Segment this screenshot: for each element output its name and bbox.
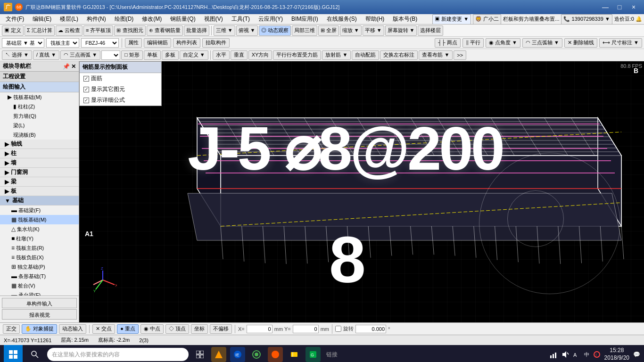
minimize-button[interactable]: —	[599, 2, 612, 12]
tree-item-liang[interactable]: 梁(L)	[0, 121, 79, 130]
no-offset-btn[interactable]: 不偏移	[210, 324, 232, 334]
object-snap-btn[interactable]: ✋ 对象捕捉	[22, 324, 57, 334]
x-input[interactable]	[247, 325, 272, 333]
panel-title-buttons[interactable]: 📌 ✕	[63, 63, 76, 70]
layer-select[interactable]: 基础层 ▼ 基础	[2, 38, 44, 48]
dynamic-input-btn[interactable]: 动态输入	[59, 324, 86, 334]
align-top-btn[interactable]: ≡ 齐平板顶	[83, 25, 113, 36]
pickup-component-btn[interactable]: 抬取构件	[202, 38, 230, 48]
new-change-btn[interactable]: ▣ 新建变更 ▼	[432, 14, 471, 25]
subsection-zhuxian[interactable]: ▶ 轴线	[0, 140, 79, 149]
subsection-liang2[interactable]: ▶ 梁	[0, 177, 79, 187]
viewport-3d[interactable]: 钢筋显示控制面板 面筋 显示其它图元 显示详细公式 A1 B J-5 ⌀8@20…	[79, 61, 644, 322]
menu-cloud[interactable]: 云应用(Y)	[255, 14, 287, 24]
taskbar-app5[interactable]	[287, 347, 302, 362]
menu-bim[interactable]: BIM应用(I)	[288, 14, 322, 24]
component-id-select[interactable]: FBZJ-46	[81, 38, 119, 48]
topview-btn[interactable]: 俯视 ▼	[236, 25, 258, 36]
report-btn[interactable]: 报表视觉	[2, 309, 77, 320]
menu-online[interactable]: 在线服务(S)	[323, 14, 361, 24]
point-angle-btn[interactable]: ◉ 点角度 ▼	[486, 38, 520, 48]
notification-btn[interactable]: 💬	[633, 351, 640, 358]
swap-label-btn[interactable]: 交换左右标注	[380, 50, 418, 60]
y-input[interactable]	[293, 325, 319, 333]
menu-edit[interactable]: 编辑(E)	[29, 14, 55, 24]
rotate-checkbox[interactable]	[335, 326, 341, 332]
more-btn2[interactable]: >>	[454, 50, 466, 60]
taskbar-app3[interactable]	[249, 347, 264, 362]
tree-item-ctliang[interactable]: ▬ 承台梁(F)	[0, 290, 79, 296]
tree-item-fbfj[interactable]: ≡ 筏板负筋(X)	[0, 253, 79, 262]
menu-rebar-qty[interactable]: 钢筋量(Q)	[166, 14, 199, 24]
define-btn[interactable]: ▣ 定义	[2, 25, 24, 36]
face-checkbox[interactable]	[83, 76, 89, 82]
3d-btn[interactable]: 三维 ▼	[214, 25, 235, 36]
tree-item-txjc[interactable]: ▬ 条形基础(T)	[0, 272, 79, 281]
single-component-btn[interactable]: 单构件输入	[2, 298, 77, 308]
auto-rebar-btn[interactable]: 自动配筋	[352, 50, 379, 60]
select-floor-btn[interactable]: 选择楼层	[418, 25, 443, 36]
property-btn[interactable]: 属性	[125, 38, 142, 48]
dynamic-obs-btn[interactable]: ◎ 动态观察	[259, 25, 291, 36]
subsection-mcd[interactable]: ▶ 门窗洞	[0, 168, 79, 177]
coord-btn[interactable]: 坐标	[191, 324, 208, 334]
tree-item-fbjichu[interactable]: ▦ 筏板基础(M)	[0, 215, 79, 224]
single-slab-btn[interactable]: 单板	[144, 50, 161, 60]
three-arc-btn[interactable]: ◠ 三点弧轴 ▼	[522, 38, 562, 48]
tree-item-dljc[interactable]: ⊞ 独立基础(P)	[0, 262, 79, 272]
pan-btn[interactable]: 平移 ▼	[363, 25, 384, 36]
view-rebar-layout-btn[interactable]: 查看布筋 ▼	[419, 50, 453, 60]
taskbar-app6[interactable]: G	[305, 347, 321, 362]
close-button[interactable]: ×	[627, 2, 640, 12]
center-btn[interactable]: ◉ 中点	[140, 324, 164, 334]
radial-btn[interactable]: 放射筋 ▼	[322, 50, 351, 60]
view-rebar-btn[interactable]: ⊕ 查看钢筋量	[147, 25, 183, 36]
start-button[interactable]	[4, 345, 23, 362]
section-project-settings[interactable]: 工程设置	[0, 72, 79, 82]
screen-rotate-btn[interactable]: 屏幕旋转 ▼	[385, 25, 417, 36]
delete-aux-btn[interactable]: ✕ 删除辅线	[564, 38, 597, 48]
menu-modify[interactable]: 修改(M)	[138, 14, 165, 24]
vertical-btn[interactable]: 垂直	[231, 50, 248, 60]
local-3d-btn[interactable]: 局部三维	[292, 25, 317, 36]
show-formula-checkbox[interactable]	[83, 98, 89, 103]
select-tool-btn[interactable]: ↖ 选择 ▼	[2, 50, 32, 60]
section-draw-input[interactable]: 绘图输入	[0, 82, 79, 92]
find-elem-btn[interactable]: ⊞ 查找图元	[114, 25, 145, 36]
taskbar-task-view[interactable]	[192, 347, 207, 362]
parallel-layout-btn[interactable]: 平行行布置受力筋	[273, 50, 321, 60]
tree-item-xjb[interactable]: 现浇板(B)	[0, 130, 79, 140]
taskbar-search[interactable]: 在这里输入你要搜索的内容	[47, 348, 189, 361]
subsection-ban[interactable]: ▶ 板	[0, 187, 79, 196]
calc-btn[interactable]: Σ 汇总计算	[25, 25, 55, 36]
draw-select[interactable]	[101, 50, 120, 60]
cloud-check-btn[interactable]: ☁ 云检查	[56, 25, 83, 36]
batch-select-btn[interactable]: 批量选择	[184, 25, 209, 36]
subsection-zhu[interactable]: ▶ 柱	[0, 149, 79, 158]
xy-btn[interactable]: XY方向	[248, 50, 272, 60]
tree-item-jshu[interactable]: △ 集水坑(K)	[0, 224, 79, 234]
search-icon-btn[interactable]	[26, 346, 43, 362]
taskbar-app1[interactable]	[211, 347, 226, 362]
steel-option-face[interactable]: 面筋	[80, 73, 161, 84]
phone-btn[interactable]: 📞 13907298339 ▼	[561, 14, 612, 25]
subsection-jichu[interactable]: ▼ 基础	[0, 196, 79, 206]
line-tool-btn[interactable]: / 直线 ▼	[33, 50, 59, 60]
panel-pin-btn[interactable]: 📌	[63, 63, 70, 70]
taskbar-app4[interactable]	[268, 347, 283, 362]
vertex-btn[interactable]: ◇ 顶点	[165, 324, 189, 334]
tree-item-zhuatai[interactable]: ▦ 桩台(V)	[0, 281, 79, 290]
two-point-btn[interactable]: ┤├ 两点	[435, 38, 461, 48]
component-list-btn[interactable]: 构件列表	[173, 38, 200, 48]
menu-tools[interactable]: 工具(T)	[228, 14, 254, 24]
window-controls[interactable]: — □ ×	[599, 2, 640, 12]
taskbar-app2[interactable]: IE	[230, 347, 245, 362]
multi-slab-btn[interactable]: 多板	[162, 50, 179, 60]
midpoint-btn[interactable]: ● 重点	[117, 324, 139, 334]
tree-item-fbzj[interactable]: ≡ 筏板主筋(R)	[0, 243, 79, 253]
menu-help[interactable]: 帮助(H)	[362, 14, 388, 24]
menu-file[interactable]: 文件(F)	[2, 14, 28, 24]
panel-close-btn[interactable]: ✕	[71, 63, 76, 70]
dimension-btn[interactable]: ⟷ 尺寸标注 ▼	[599, 38, 642, 48]
rect-btn[interactable]: □ 矩形	[121, 50, 143, 60]
